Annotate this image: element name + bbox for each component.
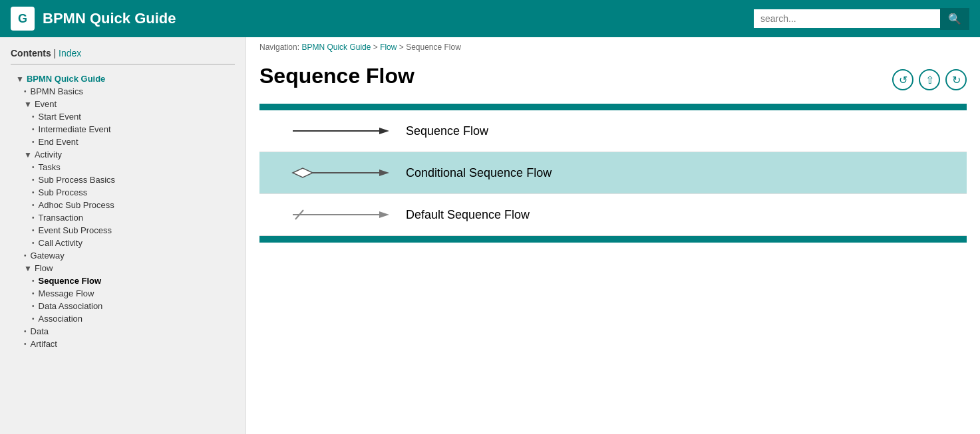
sidebar-item-tasks[interactable]: • Tasks: [11, 161, 235, 173]
sidebar-item-data-association[interactable]: • Data Association: [11, 300, 235, 312]
dot-icon: •: [32, 290, 35, 297]
sidebar-item-label: BPMN Quick Guide: [27, 74, 105, 84]
sidebar-item-activity[interactable]: ▼ Activity: [11, 148, 235, 161]
flow-table: Sequence Flow Conditional Sequence Flow: [259, 104, 967, 243]
table-row: Sequence Flow: [259, 110, 967, 152]
app-header: G BPMN Quick Guide 🔍: [0, 0, 980, 37]
breadcrumb: Navigation: BPMN Quick Guide > Flow > Se…: [246, 37, 980, 57]
search-area: 🔍: [754, 8, 969, 30]
sidebar-item-data[interactable]: • Data: [11, 325, 235, 338]
sidebar-item-label: Sub Process Basics: [39, 175, 116, 185]
sidebar-item-label: Adhoc Sub Process: [39, 200, 114, 210]
simple-arrow-icon: [286, 121, 393, 141]
sidebar-item-start-event[interactable]: • Start Event: [11, 110, 235, 123]
sidebar-item-event-sub-process[interactable]: • Event Sub Process: [11, 224, 235, 237]
svg-marker-4: [379, 169, 389, 176]
sidebar-item-label: Call Activity: [39, 238, 82, 248]
arrow-icon: ▼: [16, 74, 24, 84]
sidebar-item-label: BPMN Basics: [31, 86, 83, 96]
svg-marker-1: [379, 128, 389, 134]
slash-arrow-icon: [286, 205, 393, 225]
logo-text: G: [18, 12, 27, 26]
svg-marker-7: [379, 211, 389, 218]
sidebar-header: Contents | Index: [11, 48, 235, 64]
dot-icon: •: [32, 302, 35, 310]
flow-row-label: Conditional Sequence Flow: [406, 166, 953, 180]
sidebar-item-sub-process-basics[interactable]: • Sub Process Basics: [11, 173, 235, 186]
dot-icon: •: [32, 201, 35, 209]
flow-icon-area: [273, 163, 406, 183]
dot-icon: •: [32, 163, 35, 171]
sidebar-item-label: End Event: [39, 137, 79, 147]
search-input[interactable]: [754, 9, 940, 28]
flow-icon-area: [273, 205, 406, 225]
sidebar-item-flow[interactable]: ▼ Flow: [11, 262, 235, 274]
sidebar-item-sequence-flow[interactable]: • Sequence Flow: [11, 274, 235, 287]
index-link[interactable]: Index: [59, 48, 81, 58]
table-row: Conditional Sequence Flow: [259, 152, 967, 194]
dot-icon: •: [32, 189, 35, 196]
sidebar-item-label: Activity: [35, 150, 62, 160]
page-header-section: Sequence Flow ↺ ⇧ ↻: [246, 57, 980, 104]
dot-icon: •: [32, 239, 35, 247]
sidebar-item-transaction[interactable]: • Transaction: [11, 211, 235, 224]
breadcrumb-current: Sequence Flow: [406, 43, 461, 52]
breadcrumb-link-flow[interactable]: Flow: [380, 43, 397, 52]
arrow-icon: ▼: [24, 100, 32, 109]
arrow-icon: ▼: [24, 264, 32, 273]
dot-icon: •: [24, 252, 27, 259]
sidebar-item-label: Intermediate Event: [39, 124, 111, 134]
table-row: Default Sequence Flow: [259, 194, 967, 236]
next-nav-button[interactable]: ↻: [945, 69, 967, 90]
sidebar-item-bpmn-quick-guide[interactable]: ▼ BPMN Quick Guide: [11, 72, 235, 85]
separator: |: [54, 48, 59, 58]
arrow-icon: ▼: [24, 150, 32, 160]
table-footer-bar: [259, 236, 967, 243]
dot-icon: •: [32, 176, 35, 183]
nav-icons: ↺ ⇧ ↻: [892, 69, 967, 90]
sidebar-item-label: Sequence Flow: [39, 276, 102, 286]
up-nav-button[interactable]: ⇧: [919, 69, 940, 90]
prev-nav-button[interactable]: ↺: [892, 69, 913, 90]
sidebar-item-gateway[interactable]: • Gateway: [11, 249, 235, 262]
sidebar-item-label: Tasks: [39, 162, 61, 172]
flow-row-label: Default Sequence Flow: [406, 208, 953, 222]
flow-row-label: Sequence Flow: [406, 124, 953, 138]
sidebar-item-call-activity[interactable]: • Call Activity: [11, 237, 235, 249]
table-header-bar: [259, 104, 967, 110]
dot-icon: •: [32, 277, 35, 284]
page-title: Sequence Flow: [259, 64, 414, 88]
sidebar-item-end-event[interactable]: • End Event: [11, 136, 235, 148]
sidebar-item-label: Gateway: [31, 251, 65, 261]
sidebar-item-label: Start Event: [39, 112, 81, 122]
sidebar-item-label: Flow: [35, 263, 53, 273]
sidebar-item-label: Data: [31, 326, 49, 336]
sidebar-item-label: Association: [39, 314, 82, 324]
dot-icon: •: [24, 328, 27, 335]
breadcrumb-link-guide[interactable]: BPMN Quick Guide: [301, 43, 371, 52]
dot-icon: •: [24, 340, 27, 348]
sidebar-item-event[interactable]: ▼ Event: [11, 98, 235, 110]
search-button[interactable]: 🔍: [940, 8, 969, 30]
sidebar-item-artifact[interactable]: • Artifact: [11, 338, 235, 350]
nav-label: Navigation:: [259, 43, 299, 52]
sidebar-item-adhoc-sub-process[interactable]: • Adhoc Sub Process: [11, 199, 235, 211]
dot-icon: •: [32, 126, 35, 133]
sidebar-item-label: Artifact: [31, 339, 57, 349]
svg-marker-2: [293, 168, 313, 177]
sidebar: Contents | Index ▼ BPMN Quick Guide • BP…: [0, 37, 246, 434]
sidebar-item-label: Event Sub Process: [39, 225, 112, 235]
main-layout: Contents | Index ▼ BPMN Quick Guide • BP…: [0, 37, 980, 434]
sidebar-item-label: Sub Process: [39, 187, 88, 197]
sidebar-item-label: Data Association: [39, 301, 103, 311]
sidebar-item-label: Transaction: [39, 213, 83, 223]
sidebar-item-message-flow[interactable]: • Message Flow: [11, 287, 235, 300]
sidebar-item-association[interactable]: • Association: [11, 312, 235, 325]
sidebar-item-sub-process[interactable]: • Sub Process: [11, 186, 235, 199]
dot-icon: •: [24, 88, 27, 95]
dot-icon: •: [32, 113, 35, 120]
sidebar-item-bpmn-basics[interactable]: • BPMN Basics: [11, 85, 235, 98]
dot-icon: •: [32, 227, 35, 234]
sidebar-item-intermediate-event[interactable]: • Intermediate Event: [11, 123, 235, 136]
app-logo: G: [11, 7, 35, 31]
